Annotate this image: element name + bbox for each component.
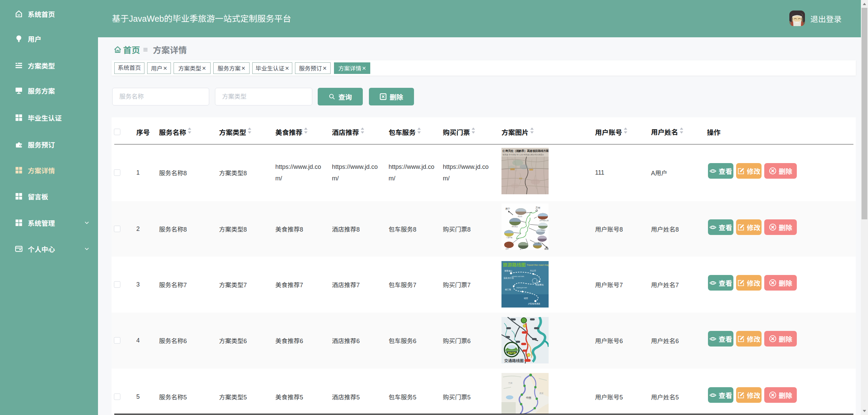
svg-text:锦里: 锦里 [524, 297, 528, 300]
svg-text:薄青城山: 薄青城山 [504, 269, 512, 272]
svg-text:火山岩: 火山岩 [530, 269, 536, 272]
svg-text:西安: 西安 [539, 392, 544, 395]
svg-text:仁寿天柱（湘黔界）高速项目路线方案示意: 仁寿天柱（湘黔界）高速项目路线方案示意 [502, 149, 549, 153]
svg-text:兰州: 兰州 [535, 205, 540, 210]
svg-text:dujiangyan weir: dujiangyan weir [516, 287, 527, 289]
svg-text:西宁: 西宁 [505, 207, 510, 210]
svg-text:丹霞: 丹霞 [506, 248, 509, 250]
svg-text:省高速 全长村程 50 公里 和高速公路沿线示意图示: 省高速 全长村程 50 公里 和高速公路沿线示意图示 [502, 154, 544, 156]
svg-text:塔尔寺: 塔尔寺 [517, 215, 522, 217]
svg-text:都江堰: 都江堰 [505, 288, 511, 291]
svg-text:丹霞地质公园: 丹霞地质公园 [539, 219, 549, 222]
svg-text:熊猫基地: 熊猫基地 [535, 283, 544, 286]
svg-text:Travel the road map: Travel the road map [527, 263, 549, 266]
svg-text:成都: 成都 [544, 247, 549, 250]
svg-text:祁连卓尔: 祁连卓尔 [512, 225, 518, 228]
svg-text:交通路线图: 交通路线图 [504, 358, 524, 363]
svg-text:夕阳海滩酒店: 夕阳海滩酒店 [528, 302, 540, 305]
svg-text:九寨沟: 九寨沟 [541, 229, 546, 231]
svg-text:门源花海: 门源花海 [506, 236, 512, 238]
svg-text:旅游路线图: 旅游路线图 [503, 261, 526, 268]
svg-text:黄龙: 黄龙 [538, 242, 541, 244]
svg-text:中国: 中国 [526, 396, 531, 399]
svg-text:volcanic rock trails: volcanic rock trails [512, 276, 525, 277]
svg-text:亚丁: 亚丁 [520, 249, 523, 250]
svg-text:碧瑞庄园: 碧瑞庄园 [507, 351, 516, 354]
svg-text:兰州: 兰州 [508, 381, 512, 384]
